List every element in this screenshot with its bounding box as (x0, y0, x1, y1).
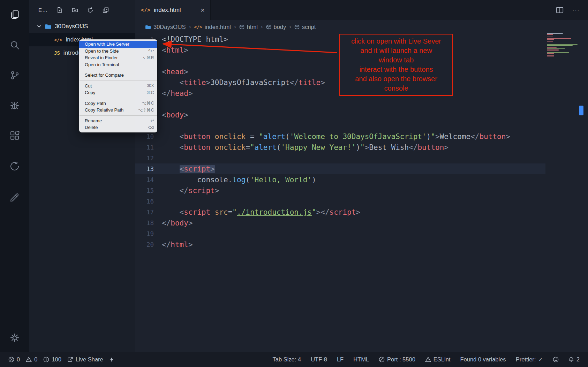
port-slash-icon (379, 357, 385, 362)
menu-item-rename[interactable]: Rename↩ (79, 117, 157, 124)
status-right: Tab Size: 4UTF-8LFHTMLPort : 5500ESLintF… (273, 356, 580, 363)
code-line-16[interactable]: 16 (135, 196, 545, 207)
menu-item-copy[interactable]: Copy⌘C (79, 89, 157, 96)
status-errors[interactable]: 0 (8, 356, 20, 363)
code-line-9[interactable]: 9 (135, 120, 545, 131)
annotation-text: click on open with Live Severand it will… (341, 37, 452, 93)
annotation-line: click on open with Live Sever (341, 37, 452, 46)
menu-item-open-with-live-server[interactable]: Open with Live Server (79, 41, 157, 48)
circular-arrow-icon (9, 161, 20, 171)
code-line-18[interactable]: 18</body> (135, 217, 545, 228)
status-encoding[interactable]: UTF-8 (311, 356, 327, 363)
warning-triangle-icon (26, 357, 32, 362)
activity-source-control[interactable] (7, 68, 22, 83)
cube-icon (266, 24, 271, 30)
lightning-icon (109, 357, 114, 362)
code-line-7[interactable]: 7 (135, 99, 545, 109)
activity-bar (0, 0, 29, 352)
activity-search[interactable] (7, 37, 22, 53)
explorer-title: E… (38, 7, 52, 13)
breadcrumb-script[interactable]: script (294, 24, 316, 30)
menu-item-reveal-in-finder[interactable]: Reveal in Finder⌥⌘R (79, 54, 157, 61)
menu-separator (80, 81, 157, 81)
code-line-14[interactable]: 14 console.log('Hello, World') (135, 174, 545, 185)
code-line-19[interactable]: 19 (135, 228, 545, 239)
status-notifications[interactable]: 2 (568, 356, 580, 363)
menu-item-delete[interactable]: Delete⌫ (79, 124, 157, 131)
code-line-17[interactable]: 17 <script src="./introduction.js"></scr… (135, 207, 545, 217)
menu-item-cut[interactable]: Cut⌘X (79, 83, 157, 90)
code-line-11[interactable]: 11 <button onclick="alert('Happy New Yea… (135, 142, 545, 153)
status-bar: 00100Live Share Tab Size: 4UTF-8LFHTMLPo… (0, 352, 588, 367)
menu-separator (80, 98, 157, 98)
code-line-12[interactable]: 12 (135, 153, 545, 163)
folder-icon (145, 24, 151, 30)
warning-triangle-icon (425, 357, 431, 362)
activity-settings[interactable] (7, 330, 22, 345)
code-line-20[interactable]: 20</html> (135, 239, 545, 250)
activity-extensions[interactable] (7, 128, 22, 144)
status-feedback[interactable] (553, 357, 559, 362)
activity-explorer[interactable] (7, 7, 22, 22)
activity-history[interactable] (7, 159, 22, 174)
breadcrumb-index-html[interactable]: </>index.html (194, 24, 231, 30)
breadcrumb-separator: › (289, 23, 291, 30)
code-line-15[interactable]: 15 </script> (135, 185, 545, 196)
activity-run-debug[interactable] (7, 98, 22, 113)
breadcrumb-body[interactable]: body (266, 24, 286, 30)
status-variables[interactable]: Found 0 variables (460, 356, 506, 363)
menu-item-open-to-the-side[interactable]: Open to the Side^↩ (79, 48, 157, 55)
code-icon: </> (194, 24, 202, 30)
vscode-window: E… 30DaysOfJS </> index.html JS introduc… (0, 0, 588, 367)
tabbar-actions: ··· (556, 0, 588, 20)
status-language[interactable]: HTML (353, 356, 369, 363)
close-icon[interactable]: × (201, 6, 205, 14)
chevron-down-icon (37, 24, 42, 29)
menu-separator (80, 70, 157, 70)
code-line-10[interactable]: 10 <button onclick = "alert('Welcome to … (135, 131, 545, 142)
activity-pen-tool[interactable] (7, 189, 22, 204)
new-file-icon[interactable] (56, 7, 63, 13)
status-live-share[interactable]: Live Share (67, 356, 103, 363)
explorer-header: E… (29, 0, 135, 20)
context-menu: Open with Live ServerOpen to the Side^↩R… (79, 39, 157, 132)
collapse-all-icon[interactable] (103, 7, 109, 13)
split-editor-icon[interactable] (556, 6, 564, 14)
status-port[interactable]: Port : 5500 (379, 356, 415, 363)
annotation-line: interact with the buttons (341, 65, 452, 74)
search-icon (9, 40, 20, 50)
menu-item-copy-relative-path[interactable]: Copy Relative Path⌥⇧⌘C (79, 107, 157, 114)
menu-item-select-for-compare[interactable]: Select for Compare (79, 72, 157, 79)
more-actions-icon[interactable]: ··· (572, 6, 580, 14)
status-eol[interactable]: LF (337, 356, 344, 363)
status-left: 00100Live Share (8, 356, 114, 363)
menu-separator (80, 115, 157, 116)
status-lightning[interactable] (109, 357, 114, 362)
cube-icon (239, 24, 244, 30)
breadcrumb-separator: › (261, 23, 263, 30)
code-line-8[interactable]: 8<body> (135, 109, 545, 120)
gear-icon (9, 332, 20, 343)
breadcrumb-html[interactable]: html (239, 24, 258, 30)
breadcrumb-30daysofjs[interactable]: 30DaysOfJS (145, 24, 186, 30)
folder-row-30daysofjs[interactable]: 30DaysOfJS (29, 20, 135, 33)
status-tab-size[interactable]: Tab Size: 4 (273, 356, 301, 363)
folder-name: 30DaysOfJS (55, 23, 88, 30)
status-info[interactable]: 100 (43, 356, 61, 363)
smiley-icon (553, 357, 559, 362)
menu-item-open-in-terminal[interactable]: Open in Terminal (79, 61, 157, 68)
tab-index-html[interactable]: </> index.html × (135, 0, 211, 20)
minimap[interactable] (547, 33, 579, 56)
status-prettier[interactable]: Prettier:✓ (516, 356, 543, 363)
pen-icon (9, 191, 20, 202)
menu-item-copy-path[interactable]: Copy Path⌥⌘C (79, 100, 157, 107)
new-folder-icon[interactable] (72, 7, 78, 13)
refresh-icon[interactable] (87, 7, 93, 13)
annotation-line: and also open the browser (341, 74, 452, 84)
status-eslint[interactable]: ESLint (425, 356, 451, 363)
code-line-13[interactable]: 13 <script> (135, 163, 545, 174)
bug-icon (9, 100, 20, 111)
status-warnings[interactable]: 0 (26, 356, 37, 363)
scrollbar-marker[interactable] (579, 106, 583, 115)
files-icon (9, 9, 20, 20)
